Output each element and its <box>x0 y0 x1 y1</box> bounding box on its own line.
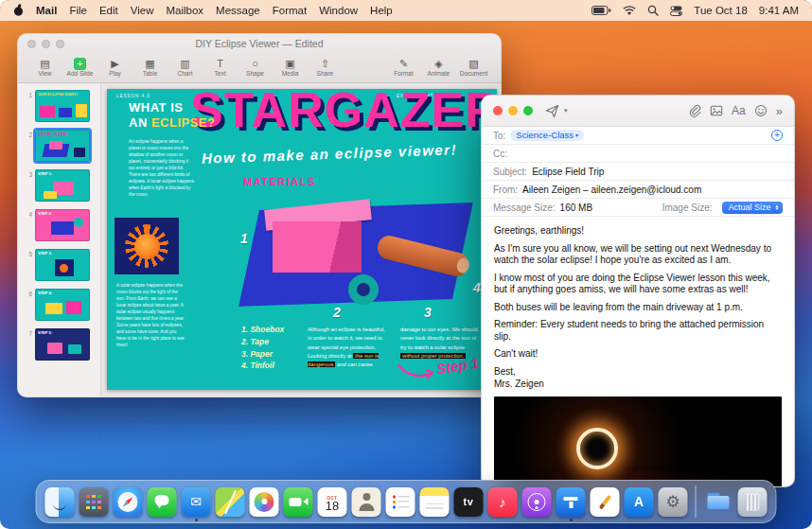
attach-icon[interactable] <box>688 104 701 117</box>
dock-trash-icon[interactable] <box>738 487 768 517</box>
mail-toolbar: ▾ Aa » <box>482 96 794 127</box>
dock-downloads-icon[interactable] <box>704 487 733 517</box>
toolbar-shape-button[interactable]: ○Shape <box>238 57 273 77</box>
mail-traffic-lights[interactable] <box>493 106 533 115</box>
running-indicator <box>570 519 573 521</box>
menu-window[interactable]: Window <box>319 5 358 16</box>
dock-contacts-icon[interactable] <box>352 487 381 517</box>
slide-thumbnail-6[interactable]: 6 STEP 4: <box>23 289 100 321</box>
dock-settings-icon[interactable]: ⚙ <box>659 487 688 517</box>
dock-finder-icon[interactable] <box>45 487 75 517</box>
dock-launchpad-icon[interactable] <box>79 487 109 517</box>
dock-safari-icon[interactable] <box>114 487 143 517</box>
sun-rays-shape <box>125 224 168 268</box>
dock-keynote-icon[interactable] <box>556 487 586 517</box>
mail-compose-window[interactable]: ▾ Aa » To: Science-Class▾ + Cc: Subject:… <box>481 95 795 487</box>
dock-music-icon[interactable]: ♪ <box>488 487 518 517</box>
dock-reminders-icon[interactable] <box>386 487 415 517</box>
sun-core-shape <box>134 234 160 259</box>
toolbar-play-button[interactable]: ▶Play <box>97 57 132 77</box>
slide-intro-paragraph: An eclipse happens when a planet or moon… <box>129 138 195 198</box>
menu-app-mail[interactable]: Mail <box>36 5 57 16</box>
toolbar-chart-button[interactable]: ▥Chart <box>168 57 203 77</box>
dock-notes-icon[interactable] <box>420 487 450 517</box>
toolbar-document-button[interactable]: ▧Document <box>456 57 491 77</box>
image-size-select[interactable]: Actual Size ▲▼ <box>722 202 784 214</box>
menu-message[interactable]: Message <box>216 5 260 16</box>
dock-maps-icon[interactable] <box>216 487 245 517</box>
control-center-icon[interactable] <box>670 6 682 16</box>
toolbar-format-button[interactable]: ✎Format <box>386 57 421 77</box>
dock-messages-icon[interactable] <box>148 487 177 517</box>
menu-help[interactable]: Help <box>370 5 393 16</box>
toolbar-media-button[interactable]: ▣Media <box>273 57 308 77</box>
running-indicator <box>195 519 198 521</box>
search-icon[interactable] <box>647 5 659 16</box>
add-recipient-button[interactable]: + <box>771 130 783 141</box>
dock-divider <box>696 485 697 518</box>
toolbar-animate-button[interactable]: ◈Animate <box>421 57 456 77</box>
dock-freeform-icon[interactable] <box>591 487 620 517</box>
toolbar-overflow-icon[interactable]: » <box>776 104 783 118</box>
desktop: Mail File Edit View Mailbox Message Form… <box>0 0 812 529</box>
slide-thumbnail-4[interactable]: 4 STEP 2: <box>23 209 100 241</box>
menu-format[interactable]: Format <box>273 5 307 16</box>
apple-menu-icon[interactable] <box>13 4 24 18</box>
eclipse-ring <box>576 428 618 469</box>
slide-thumbnail-1[interactable]: 1 OUR ECLIPSE DIARY! <box>23 90 100 122</box>
eclipse-photo-attachment <box>494 397 782 488</box>
toolbar-text-button[interactable]: TText <box>203 57 238 77</box>
wifi-icon[interactable] <box>623 6 636 16</box>
menu-mailbox[interactable]: Mailbox <box>166 5 203 16</box>
to-field[interactable]: To: Science-Class▾ + <box>482 127 794 145</box>
menubar-date[interactable]: Tue Oct 18 <box>694 5 747 16</box>
toolbar-add-slide-button[interactable]: +Add Slide <box>62 57 97 77</box>
toolbar-table-button[interactable]: ▦Table <box>132 57 168 77</box>
menu-bar: Mail File Edit View Mailbox Message Form… <box>0 0 812 21</box>
document-icon: ▧ <box>468 57 478 70</box>
subject-field[interactable]: Subject: Eclipse Field Trip <box>482 163 794 181</box>
menu-view[interactable]: View <box>131 5 154 16</box>
dock-mail-icon[interactable]: ✉ <box>182 487 211 517</box>
slide-thumbnail-5[interactable]: 5 STEP 3: <box>23 249 100 281</box>
menubar-time[interactable]: 9:41 AM <box>759 5 799 16</box>
slide-thumbnail-2-selected[interactable]: 2 STARGAZER <box>23 130 100 162</box>
zoom-icon[interactable] <box>523 106 533 115</box>
format-aa-icon[interactable]: Aa <box>732 104 746 117</box>
slide-title: STARGAZER <box>190 89 497 138</box>
toolbar-view-button[interactable]: ▤View <box>27 57 62 77</box>
slide-stargazer[interactable]: LESSON 4.0 EXPERIMENT #11 STARGAZER How … <box>107 89 497 390</box>
dock-podcasts-icon[interactable] <box>522 487 552 517</box>
from-field[interactable]: From: Aileen Zeigen – aileen.zeigen@iclo… <box>482 181 794 199</box>
body-signature: Mrs. Zeigen <box>494 379 782 391</box>
minimize-icon[interactable] <box>508 106 518 115</box>
body-paragraph: Reminder: Every student needs to bring t… <box>494 319 782 343</box>
slide-materials-heading: MATERIALS <box>243 176 316 187</box>
close-icon[interactable] <box>493 106 503 115</box>
slide-solar-paragraph: A solar eclipse happens when the moon bl… <box>116 282 185 348</box>
body-paragraph: I know most of you are doing the Eclipse… <box>494 273 782 296</box>
send-icon[interactable] <box>545 104 559 118</box>
send-options-chevron-icon[interactable]: ▾ <box>564 107 568 115</box>
dock-appstore-icon[interactable]: A <box>625 487 654 517</box>
dock-tv-icon[interactable]: tv <box>454 487 484 517</box>
cc-field[interactable]: Cc: <box>482 145 794 163</box>
battery-icon[interactable] <box>591 6 611 15</box>
menu-file[interactable]: File <box>69 5 87 16</box>
message-body[interactable]: Greetings, earthlings! As I'm sure you a… <box>482 217 794 391</box>
menu-edit[interactable]: Edit <box>99 5 118 16</box>
dock-photos-icon[interactable] <box>250 487 279 517</box>
slide-canvas[interactable]: LESSON 4.0 EXPERIMENT #11 STARGAZER How … <box>101 83 501 397</box>
keynote-window[interactable]: DIY Eclipse Viewer — Edited ▤View +Add S… <box>17 33 502 397</box>
dock-facetime-icon[interactable] <box>284 487 313 517</box>
add-slide-icon: + <box>74 58 86 70</box>
recipient-token[interactable]: Science-Class▾ <box>510 130 584 141</box>
slide-thumbnail-7[interactable]: 7 STEP 5: <box>23 328 100 361</box>
emoji-icon[interactable] <box>754 104 768 117</box>
photo-browser-icon[interactable] <box>710 104 723 117</box>
tape-roll-shape <box>348 274 379 305</box>
body-paragraph: Greetings, earthlings! <box>494 225 782 238</box>
dock-calendar-icon[interactable]: OCT18 <box>318 487 347 517</box>
slide-thumbnail-3[interactable]: 3 STEP 1: <box>23 169 100 202</box>
toolbar-share-button[interactable]: ⇧Share <box>308 57 343 77</box>
